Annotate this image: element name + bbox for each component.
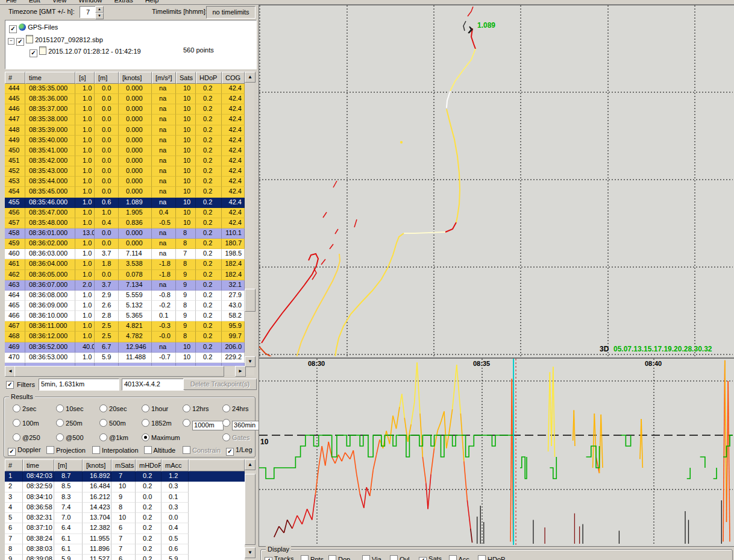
table-row[interactable]: 44708:35:38.0001.00.00.000na100.242.4: [5, 115, 245, 125]
display-option-tracks[interactable]: Tracks: [265, 555, 293, 560]
result-option-250m[interactable]: 250m: [56, 419, 83, 427]
result-option-20sec[interactable]: 20sec: [99, 404, 127, 412]
display-option-dop[interactable]: Dop: [328, 555, 350, 560]
table-row[interactable]: 45008:35:41.0001.00.00.000na100.242.4: [5, 146, 245, 156]
table-row[interactable]: 44408:35:35.0001.00.00.000na100.242.4: [5, 84, 245, 94]
option-doppler[interactable]: Doppler: [8, 446, 41, 456]
menu-item[interactable]: Edit: [29, 0, 40, 4]
table-row[interactable]: 44508:35:36.0001.00.00.000na100.242.4: [5, 94, 245, 104]
table-row[interactable]: 46908:36:52.00040.06.712.946na100.2206.0: [5, 342, 245, 353]
table-row[interactable]: 46608:36:10.0001.02.85.3650.190.258.2: [5, 311, 245, 321]
timelimits-button[interactable]: no timelimits: [206, 6, 256, 19]
radio-icon[interactable]: [222, 404, 230, 412]
tree-item-file[interactable]: − 20151207_092812.sbp: [8, 35, 103, 45]
radio-icon[interactable]: [13, 433, 20, 441]
table-row[interactable]: 408:36:587.414.42380.20.3: [5, 503, 245, 513]
radio-icon[interactable]: [13, 419, 20, 427]
radio-icon[interactable]: [183, 404, 190, 412]
result-option-@1km[interactable]: @1km: [99, 433, 128, 441]
table-row[interactable]: 45108:35:42.0001.00.00.000na100.242.4: [5, 156, 245, 166]
option-interpolation[interactable]: Interpolation: [92, 446, 139, 454]
radio-icon[interactable]: [56, 433, 64, 441]
column-header[interactable]: mHDoP: [136, 459, 162, 471]
table-row[interactable]: 308:34:108.316.21290.00.1: [5, 492, 245, 503]
checkbox-icon[interactable]: [362, 555, 370, 560]
table-row[interactable]: 46708:36:11.0001.02.54.821-0.390.295.9: [5, 321, 245, 332]
column-header[interactable]: mAcc: [162, 459, 189, 471]
tree-item-session[interactable]: 2015.12.07 01:28:12 - 01:42:19 560 point…: [30, 46, 141, 56]
column-header[interactable]: COG: [222, 72, 245, 84]
display-option-pnts[interactable]: Pnts: [301, 555, 324, 560]
menu-item[interactable]: File: [6, 0, 17, 4]
column-header[interactable]: time: [23, 459, 54, 471]
checkbox-icon[interactable]: [144, 446, 152, 454]
tree-item-root[interactable]: GPS-Files: [9, 24, 58, 33]
radio-icon[interactable]: [56, 419, 64, 427]
result-option-1852m[interactable]: 1852m: [142, 419, 172, 427]
checkbox-icon[interactable]: [328, 555, 336, 560]
table-row[interactable]: 46408:36:08.0001.02.95.559-0.890.227.9: [5, 291, 245, 301]
scroll-down-icon[interactable]: ▼: [245, 356, 256, 367]
menu-item[interactable]: Extras: [114, 0, 133, 4]
result-option-Gates[interactable]: Gates: [222, 433, 249, 441]
results-table[interactable]: 108:42:038.716.89270.21.2208:32:598.516.…: [5, 471, 245, 560]
speed-graph-canvas[interactable]: [259, 359, 733, 545]
column-header[interactable]: mSats: [111, 459, 136, 471]
table-row[interactable]: 45408:35:45.0001.00.00.000na100.242.4: [5, 187, 245, 197]
delete-trackpoints-button[interactable]: Delete Trackpoint(s): [183, 379, 257, 390]
column-header[interactable]: [m]: [54, 459, 83, 471]
filters-summary-field[interactable]: 5min, 1.631km: [39, 379, 119, 391]
result-option-12hrs[interactable]: 12hrs: [183, 404, 209, 412]
table-row[interactable]: 44808:35:39.0001.00.00.000na100.242.4: [5, 125, 245, 136]
device-field[interactable]: 4013X-4.4.2: [122, 379, 184, 391]
trackpoint-table-vscrollbar[interactable]: ▲ ▼: [245, 72, 254, 376]
scroll-thumb[interactable]: [245, 474, 256, 545]
table-row[interactable]: 108:42:038.716.89270.21.2: [5, 471, 245, 482]
option-projection[interactable]: Projection: [46, 446, 86, 454]
radio-icon[interactable]: [142, 404, 149, 412]
result-option-500m[interactable]: 500m: [99, 419, 126, 427]
radio-icon[interactable]: [222, 433, 230, 441]
column-header[interactable]: HDoP: [196, 72, 222, 84]
scroll-thumb[interactable]: [14, 366, 224, 377]
checkbox-icon[interactable]: [16, 38, 24, 46]
trackpoint-table-header[interactable]: #time[s][m][knots][m/s²]SatsHDoPCOG: [5, 72, 245, 84]
checkbox-icon[interactable]: [449, 555, 457, 560]
filters-checkbox[interactable]: [6, 381, 14, 389]
checkbox-icon[interactable]: [183, 446, 190, 454]
table-row[interactable]: 46208:36:05.0001.00.00.078-1.890.2182.4: [5, 270, 245, 280]
column-header[interactable]: [m]: [95, 72, 119, 84]
display-option-ovl[interactable]: Ovl: [390, 555, 410, 560]
option-1-leg[interactable]: 1/Leg: [226, 446, 253, 456]
display-option-sats[interactable]: Sats: [419, 555, 442, 560]
table-row[interactable]: 708:38:246.111.95570.20.5: [5, 534, 245, 544]
radio-icon[interactable]: [183, 419, 190, 427]
table-row[interactable]: 44908:35:40.0001.00.00.000na100.242.4: [5, 136, 245, 146]
result-option-1hour[interactable]: 1hour: [142, 404, 168, 412]
menu-item[interactable]: View: [52, 0, 67, 4]
table-row[interactable]: 45608:35:47.0001.01.01.9050.4100.242.4: [5, 208, 245, 218]
table-row[interactable]: 45708:35:48.0001.00.40.836-0.5100.242.4: [5, 218, 245, 228]
result-option-Maximum[interactable]: Maximum: [142, 433, 180, 441]
scroll-down-icon[interactable]: ▼: [245, 547, 256, 558]
table-row[interactable]: 45508:35:46.0001.00.61.089na100.242.4: [5, 198, 245, 208]
display-option-acc[interactable]: Acc: [449, 555, 469, 560]
column-header[interactable]: Sats: [176, 72, 196, 84]
table-row[interactable]: 508:32:317.013.704100.20.0: [5, 513, 245, 523]
scroll-up-icon[interactable]: ▲: [245, 459, 256, 470]
table-row[interactable]: 208:32:598.516.484100.20.3: [5, 482, 245, 492]
checkbox-icon[interactable]: [9, 25, 17, 33]
result-option-360min[interactable]: 360min: [222, 419, 263, 430]
column-header[interactable]: [m/s²]: [152, 72, 176, 84]
option-constrain[interactable]: Constrain: [183, 446, 221, 454]
table-row[interactable]: 908:39:085.911.52760.25.9: [5, 555, 245, 560]
result-option-24hrs[interactable]: 24hrs: [222, 404, 249, 412]
table-row[interactable]: 44608:35:37.0001.00.00.000na100.242.4: [5, 104, 245, 115]
option-altitude[interactable]: Altitude: [144, 446, 175, 454]
track-map-panel[interactable]: 1.089 3D 05.07.13.15.17.19.20.28.30.32: [259, 5, 734, 358]
scroll-thumb[interactable]: [245, 289, 256, 312]
display-option-hdop[interactable]: HDoP: [478, 555, 505, 560]
column-header[interactable]: time: [25, 72, 75, 84]
display-option-via[interactable]: Via: [362, 555, 381, 560]
spin-up-icon[interactable]: ▲: [95, 6, 104, 13]
